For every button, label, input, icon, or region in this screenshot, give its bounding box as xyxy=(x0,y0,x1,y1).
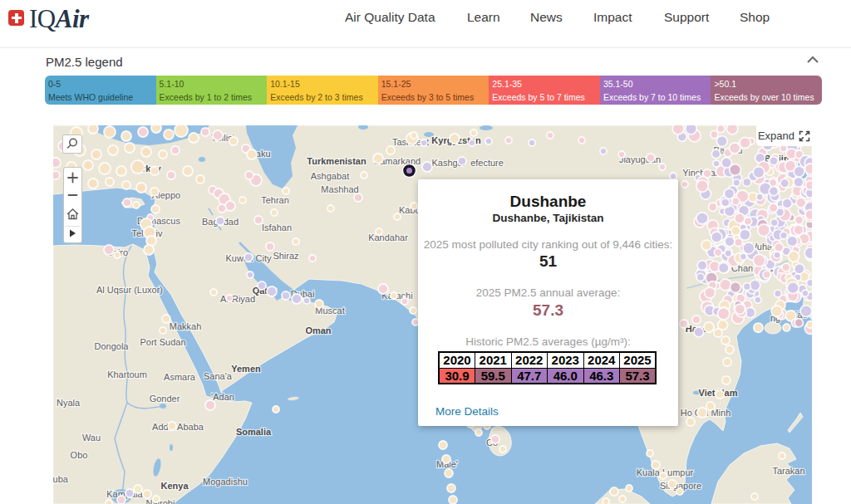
svg-text:Kandahar: Kandahar xyxy=(368,232,408,242)
svg-text:Isfahan: Isfahan xyxy=(262,223,292,232)
svg-text:Obo: Obo xyxy=(71,450,88,460)
svg-text:Asmara: Asmara xyxy=(164,372,196,382)
svg-text:Gonder: Gonder xyxy=(150,394,180,404)
svg-text:Yemen: Yemen xyxy=(231,364,261,374)
svg-text:Shiraz: Shiraz xyxy=(273,251,298,261)
svg-text:Juba: Juba xyxy=(53,474,69,484)
svg-text:Somalia: Somalia xyxy=(236,427,272,437)
svg-text:'Adan: 'Adan xyxy=(211,392,234,402)
svg-text:Mogadishu: Mogadishu xyxy=(203,477,248,487)
svg-text:Dongola: Dongola xyxy=(95,341,130,351)
svg-text:Wau: Wau xyxy=(82,433,101,443)
svg-text:Kenya: Kenya xyxy=(160,481,189,491)
svg-text:Ashgabat: Ashgabat xyxy=(311,171,349,181)
svg-text:Nyala: Nyala xyxy=(57,398,81,408)
svg-text:Makkah: Makkah xyxy=(170,321,202,331)
svg-text:efecture: efecture xyxy=(470,158,504,168)
svg-text:Addis Ababa: Addis Ababa xyxy=(152,422,204,432)
svg-text:Oman: Oman xyxy=(305,325,331,335)
svg-text:Tehran: Tehran xyxy=(261,195,289,205)
svg-text:Nairobi: Nairobi xyxy=(146,498,175,504)
svg-text:Turkmenistan: Turkmenistan xyxy=(307,156,366,166)
svg-text:Al Uqsur (Luxor): Al Uqsur (Luxor) xyxy=(96,285,163,295)
svg-text:Tarakan: Tarakan xyxy=(772,466,804,476)
svg-text:Khartoum: Khartoum xyxy=(107,369,147,379)
svg-text:Mashhad: Mashhad xyxy=(321,184,358,194)
svg-text:Sana'a: Sana'a xyxy=(204,371,233,381)
svg-text:Port Sudan: Port Sudan xyxy=(140,337,185,347)
